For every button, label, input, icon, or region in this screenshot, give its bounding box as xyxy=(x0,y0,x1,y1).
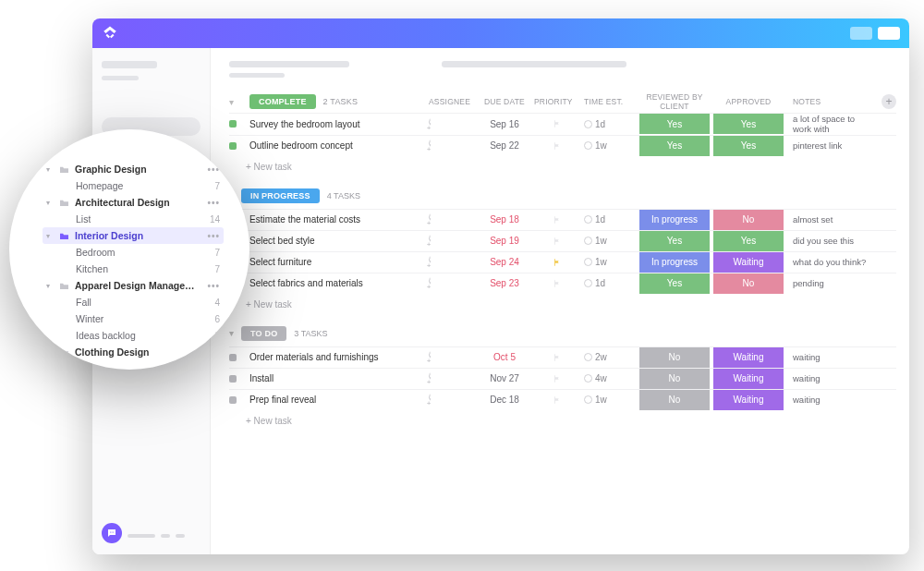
reviewed-cell[interactable]: In progress xyxy=(639,252,710,273)
task-name[interactable]: Select fabrics and materials xyxy=(249,278,425,288)
time-estimate[interactable]: 4w xyxy=(584,373,636,383)
sidebar-folder[interactable]: ▾Graphic Design ••• xyxy=(43,161,224,177)
assignee-add-icon[interactable] xyxy=(429,277,431,289)
approved-cell[interactable]: No xyxy=(713,210,784,230)
due-date[interactable]: Sep 22 xyxy=(479,140,530,151)
priority-flag-icon[interactable] xyxy=(553,119,562,128)
task-status-dot[interactable] xyxy=(229,120,237,128)
reviewed-cell[interactable]: Yes xyxy=(639,273,710,294)
approved-cell[interactable]: Yes xyxy=(713,231,784,251)
task-row[interactable]: Survey the bedroom layout Sep 16 1d Yes … xyxy=(229,113,896,135)
assignee-add-icon[interactable] xyxy=(429,256,431,268)
time-estimate[interactable]: 1w xyxy=(584,140,636,151)
due-date[interactable]: Sep 16 xyxy=(479,119,530,129)
priority-flag-icon[interactable] xyxy=(553,353,562,362)
assignee-add-icon[interactable] xyxy=(429,213,431,225)
approved-cell[interactable]: No xyxy=(713,273,784,294)
notes-cell[interactable]: pinterest link xyxy=(787,140,876,151)
task-row[interactable]: Estimate the material costs Sep 18 1d In… xyxy=(229,209,896,230)
priority-flag-icon[interactable] xyxy=(553,237,562,246)
notes-cell[interactable]: a lot of space to work with xyxy=(787,114,876,135)
notes-cell[interactable]: waiting xyxy=(787,352,876,362)
new-task-button[interactable]: + New task xyxy=(229,294,896,310)
reviewed-cell[interactable]: Yes xyxy=(639,231,710,251)
task-name[interactable]: Survey the bedroom layout xyxy=(249,119,425,129)
priority-flag-icon[interactable] xyxy=(553,279,562,288)
due-date[interactable]: Dec 18 xyxy=(479,395,530,405)
task-name[interactable]: Outline bedroom concept xyxy=(249,140,425,151)
approved-cell[interactable]: Waiting xyxy=(713,390,784,410)
assignee-add-icon[interactable] xyxy=(429,372,431,384)
approved-cell[interactable]: Waiting xyxy=(713,252,784,273)
assignee-add-icon[interactable] xyxy=(429,351,431,363)
chat-icon[interactable] xyxy=(102,523,122,543)
assignee-add-icon[interactable] xyxy=(429,118,431,130)
chevron-down-icon[interactable]: ▾ xyxy=(229,328,234,338)
reviewed-cell[interactable]: Yes xyxy=(639,136,710,156)
notes-cell[interactable]: what do you think? xyxy=(787,257,876,267)
priority-flag-icon[interactable] xyxy=(553,215,562,225)
priority-flag-icon[interactable] xyxy=(553,141,562,151)
time-estimate[interactable]: 1d xyxy=(584,214,636,225)
task-row[interactable]: Prep final reveal Dec 18 1w No Waiting w… xyxy=(229,389,896,410)
task-name[interactable]: Prep final reveal xyxy=(249,395,425,405)
sidebar-list-item[interactable]: Kitchen 7 xyxy=(43,261,224,277)
reviewed-cell[interactable]: No xyxy=(639,390,710,410)
reviewed-cell[interactable]: No xyxy=(639,369,710,389)
notes-cell[interactable]: almost set xyxy=(787,214,876,225)
reviewed-cell[interactable]: In progress xyxy=(639,210,710,230)
add-column-button[interactable]: + xyxy=(881,94,896,109)
section-status-chip[interactable]: IN PROGRESS xyxy=(241,188,320,203)
new-task-button[interactable]: + New task xyxy=(229,410,896,426)
more-icon[interactable]: ••• xyxy=(207,231,220,241)
due-date[interactable]: Nov 27 xyxy=(479,373,530,383)
due-date[interactable]: Oct 5 xyxy=(479,352,530,362)
assignee-add-icon[interactable] xyxy=(429,140,431,152)
task-row[interactable]: Select bed style Sep 19 1w Yes Yes did y… xyxy=(229,230,896,251)
task-status-dot[interactable] xyxy=(229,396,237,404)
task-row[interactable]: Order materials and furnishings Oct 5 2w… xyxy=(229,346,896,368)
assignee-add-icon[interactable] xyxy=(429,235,431,247)
more-icon[interactable]: ••• xyxy=(207,281,220,291)
time-estimate[interactable]: 1w xyxy=(584,236,636,246)
sidebar-list-item[interactable]: Homepage 7 xyxy=(43,177,224,194)
notes-cell[interactable]: waiting xyxy=(787,395,876,405)
due-date[interactable]: Sep 24 xyxy=(479,257,530,267)
task-name[interactable]: Install xyxy=(249,373,425,383)
time-estimate[interactable]: 1d xyxy=(584,119,636,129)
sidebar-list-item[interactable]: Fall 4 xyxy=(43,294,224,310)
time-estimate[interactable]: 1d xyxy=(584,278,636,288)
chevron-down-icon[interactable]: ▾ xyxy=(229,97,246,107)
task-row[interactable]: Outline bedroom concept Sep 22 1w Yes Ye… xyxy=(229,135,896,156)
task-name[interactable]: Order materials and furnishings xyxy=(249,352,425,362)
notes-cell[interactable]: waiting xyxy=(787,373,876,383)
window-control-2[interactable] xyxy=(878,27,900,40)
sidebar-folder[interactable]: ▾Interior Design ••• xyxy=(43,227,224,244)
priority-flag-icon[interactable] xyxy=(553,374,562,383)
assignee-add-icon[interactable] xyxy=(429,394,431,406)
section-status-chip[interactable]: TO DO xyxy=(241,326,286,341)
task-row[interactable]: Select fabrics and materials Sep 23 1d Y… xyxy=(229,273,896,294)
task-row[interactable]: Select furniture Sep 24 1w In progress W… xyxy=(229,251,896,273)
task-status-dot[interactable] xyxy=(229,375,237,383)
due-date[interactable]: Sep 23 xyxy=(479,278,530,288)
sidebar-list-item[interactable]: Winter 6 xyxy=(43,310,224,327)
approved-cell[interactable]: Yes xyxy=(713,136,784,156)
section-status-chip[interactable]: COMPLETE xyxy=(249,94,316,109)
approved-cell[interactable]: Waiting xyxy=(713,347,784,368)
time-estimate[interactable]: 1w xyxy=(584,257,636,267)
more-icon[interactable]: ••• xyxy=(207,198,220,208)
notes-cell[interactable]: did you see this xyxy=(787,236,876,246)
sidebar-folder[interactable]: ▾Architectural Design ••• xyxy=(43,194,224,211)
task-status-dot[interactable] xyxy=(229,354,237,361)
task-name[interactable]: Estimate the material costs xyxy=(249,214,425,225)
window-control-1[interactable] xyxy=(850,27,872,40)
sidebar-list-item[interactable]: Ideas backlog 3 xyxy=(43,327,224,344)
new-task-button[interactable]: + New task xyxy=(229,156,896,172)
sidebar-list-item[interactable]: Bedroom 7 xyxy=(43,244,224,261)
reviewed-cell[interactable]: No xyxy=(639,347,710,368)
time-estimate[interactable]: 2w xyxy=(584,352,636,362)
time-estimate[interactable]: 1w xyxy=(584,395,636,405)
approved-cell[interactable]: Waiting xyxy=(713,369,784,389)
approved-cell[interactable]: Yes xyxy=(713,114,784,134)
